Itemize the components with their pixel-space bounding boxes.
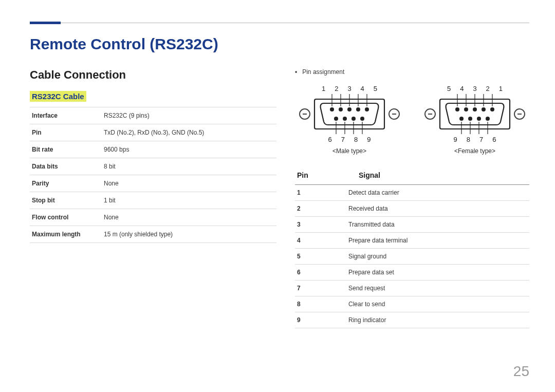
svg-point-2 <box>339 107 343 111</box>
screw-left-icon <box>299 108 310 120</box>
svg-point-5 <box>365 107 369 111</box>
pin-cell: 6 <box>295 265 346 281</box>
pin-num: 4 <box>460 85 464 92</box>
top-rule-line <box>61 23 529 23</box>
male-connector-diagram: 1 2 3 4 5 <box>299 85 400 155</box>
svg-point-20 <box>455 107 459 111</box>
svg-point-8 <box>351 117 356 121</box>
male-type-label: <Male type> <box>299 147 400 155</box>
spec-val: None <box>102 175 276 192</box>
pin-table-header: Pin Signal <box>295 167 529 185</box>
pin-num: 7 <box>479 136 483 143</box>
svg-point-7 <box>343 117 347 121</box>
subsection-heading: RS232C Cable <box>30 91 86 102</box>
pin-cell: 4 <box>295 233 346 249</box>
signal-cell: Transmitted data <box>346 217 529 233</box>
spec-val: 9600 bps <box>102 141 276 158</box>
spec-key: Pin <box>30 124 102 141</box>
pin-num: 7 <box>341 136 345 143</box>
spec-val: 15 m (only shielded type) <box>102 226 276 243</box>
spec-val: RS232C (9 pins) <box>102 107 276 124</box>
section-heading: Cable Connection <box>30 68 276 82</box>
signal-cell: Ring indicator <box>346 312 529 328</box>
spec-key: Maximum length <box>30 226 102 243</box>
svg-point-24 <box>490 107 494 111</box>
pin-cell: 5 <box>295 249 346 265</box>
svg-point-25 <box>459 117 464 121</box>
pin-cell: 9 <box>295 312 346 328</box>
pin-num: 8 <box>467 136 470 143</box>
signal-cell: Prepare data terminal <box>346 233 529 249</box>
spec-val: 1 bit <box>102 192 276 209</box>
dsub-female-icon <box>439 94 511 134</box>
pin-signal-table: 1Detect data carrier 2Received data 3Tra… <box>295 185 529 328</box>
bullet-dot-icon: • <box>295 68 297 76</box>
spec-table: InterfaceRS232C (9 pins) PinTxD (No.2), … <box>30 107 276 243</box>
dsub-male-icon <box>313 94 385 134</box>
pin-num: 3 <box>473 85 476 92</box>
pin-cell: 7 <box>295 281 346 296</box>
pin-num: 5 <box>374 85 377 92</box>
page-number: 25 <box>513 363 529 380</box>
pin-num: 4 <box>361 85 364 92</box>
spec-val: None <box>102 209 276 226</box>
signal-cell: Clear to send <box>346 296 529 312</box>
pin-num: 2 <box>486 85 490 92</box>
pin-num: 9 <box>454 136 457 143</box>
pin-header-signal: Signal <box>359 171 380 179</box>
pin-header-pin: Pin <box>297 171 323 179</box>
pin-num: 6 <box>328 136 332 143</box>
svg-point-23 <box>482 107 486 111</box>
svg-point-21 <box>464 107 468 111</box>
pin-num: 8 <box>354 136 358 143</box>
svg-point-3 <box>347 107 351 111</box>
svg-point-22 <box>473 107 477 111</box>
page-title: Remote Control (RS232C) <box>30 35 529 53</box>
pin-num: 1 <box>322 85 325 92</box>
screw-right-icon <box>388 108 400 120</box>
svg-point-6 <box>334 117 338 121</box>
pin-cell: 8 <box>295 296 346 312</box>
pin-cell: 2 <box>295 201 346 217</box>
spec-key: Data bits <box>30 158 102 175</box>
signal-cell: Detect data carrier <box>346 185 529 201</box>
pin-num: 9 <box>367 136 371 143</box>
female-connector-diagram: 5 4 3 2 1 <box>424 85 525 155</box>
screw-right-icon <box>514 108 525 120</box>
svg-point-28 <box>486 117 490 121</box>
spec-key: Parity <box>30 175 102 192</box>
signal-cell: Signal ground <box>346 249 529 265</box>
svg-point-9 <box>360 117 364 121</box>
spec-key: Interface <box>30 107 102 124</box>
spec-key: Bit rate <box>30 141 102 158</box>
signal-cell: Send request <box>346 281 529 296</box>
screw-left-icon <box>424 108 436 120</box>
pin-num: 2 <box>335 85 338 92</box>
spec-key: Flow control <box>30 209 102 226</box>
pin-num: 5 <box>447 85 451 92</box>
spec-val: 8 bit <box>102 158 276 175</box>
pin-num: 3 <box>347 85 351 92</box>
spec-val: TxD (No.2), RxD (No.3), GND (No.5) <box>102 124 276 141</box>
svg-point-27 <box>477 117 481 121</box>
signal-cell: Prepare data set <box>346 265 529 281</box>
top-rule <box>30 15 529 24</box>
top-rule-accent <box>30 22 61 24</box>
signal-cell: Received data <box>346 201 529 217</box>
bullet-label: Pin assignment <box>302 68 344 76</box>
bullet-pin-assignment: • Pin assignment <box>295 68 529 76</box>
svg-point-26 <box>468 117 472 121</box>
female-type-label: <Female type> <box>424 147 525 155</box>
svg-point-1 <box>330 107 334 111</box>
pin-cell: 1 <box>295 185 346 201</box>
pin-num: 6 <box>492 136 496 143</box>
spec-key: Stop bit <box>30 192 102 209</box>
pin-num: 1 <box>499 85 503 92</box>
pin-cell: 3 <box>295 217 346 233</box>
svg-point-4 <box>356 107 360 111</box>
